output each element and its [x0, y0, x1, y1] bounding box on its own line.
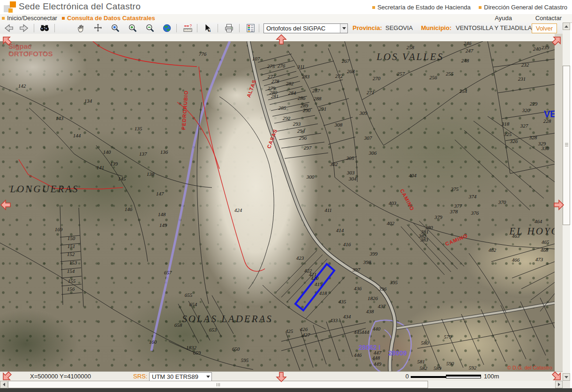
- map-viewport[interactable]: SigpacORTOFOTOSLOS VALLESLONGUERASEL HOY…: [0, 41, 555, 371]
- parcel-number: 291: [319, 106, 327, 112]
- parcel-number: 134: [84, 98, 92, 104]
- parcel-number: 445: [354, 329, 362, 335]
- parcel-number: 473: [535, 256, 543, 262]
- map-labels: SigpacORTOFOTOSLOS VALLESLONGUERASEL HOY…: [8, 41, 555, 371]
- parcel-number: 254: [459, 88, 467, 94]
- scale-zero-label: 0: [401, 373, 409, 380]
- move-tool-button[interactable]: [92, 23, 104, 33]
- parcel-number: 421: [309, 271, 317, 277]
- menu-item-ayuda[interactable]: Ayuda: [495, 15, 512, 22]
- chevron-down-icon: [205, 376, 211, 378]
- parcel-number: 286: [298, 95, 306, 101]
- info-tool-button[interactable]: i: [202, 23, 214, 33]
- pan-tool-button[interactable]: [75, 23, 87, 33]
- parcel-number: 434: [343, 314, 351, 319]
- scale-distance-label: 100m: [484, 373, 499, 380]
- parcel-number: 139: [110, 161, 118, 166]
- parcel-number: 325: [504, 131, 512, 137]
- volver-button[interactable]: Volver: [532, 23, 557, 33]
- pan-north-arrow[interactable]: [276, 34, 287, 45]
- scale-bar-segment: [446, 375, 481, 378]
- parcel-number: 440: [373, 326, 381, 332]
- province-label: Provincia:: [353, 24, 382, 31]
- parcel-number: 271: [367, 90, 375, 95]
- zoom-box-button[interactable]: [110, 23, 122, 33]
- map-label-wm: Sigpac: [8, 42, 31, 50]
- back-button[interactable]: [3, 23, 15, 33]
- measure-tool-button[interactable]: ?: [182, 23, 194, 33]
- road: [248, 41, 555, 371]
- parcel-number: 270: [373, 75, 381, 81]
- zoom-out-button[interactable]: [144, 23, 157, 33]
- menu-item-consulta[interactable]: Consulta de Datos Catastrales: [62, 15, 155, 22]
- parcel-number: 468: [541, 247, 549, 253]
- parcel-boundaries: [0, 41, 555, 370]
- parcel-number: 377: [454, 203, 462, 209]
- zoom-box-icon: [111, 23, 121, 33]
- parcel-number: 149: [159, 222, 167, 228]
- parcel-number: 424: [234, 207, 242, 213]
- parcel-number: 288: [314, 96, 322, 101]
- binoculars-icon: [39, 23, 50, 33]
- parcel-number: 423: [296, 255, 304, 261]
- triangle-down-icon: [564, 376, 568, 378]
- parcel-number: 657: [164, 270, 172, 275]
- parcel-number: 306: [369, 150, 377, 156]
- parcel-number: 446: [354, 352, 362, 358]
- parcel-number: 465: [542, 239, 549, 245]
- parcel-number: 143: [56, 115, 64, 121]
- menu-bar: Inicio/Desconectar Consulta de Datos Cat…: [0, 14, 572, 23]
- window-bottom-edge: [0, 388, 572, 392]
- parcel-number: 436: [354, 286, 362, 291]
- parcel-number: 328: [529, 135, 537, 140]
- parcel-number: 140: [103, 149, 111, 155]
- parcel-number: 292: [283, 115, 291, 121]
- parcel-number: 228: [543, 118, 551, 124]
- scroll-up-button[interactable]: [563, 23, 570, 30]
- pan-west-arrow[interactable]: [0, 199, 11, 211]
- parcel-number: 231: [518, 76, 526, 82]
- parcel-number: 160: [149, 339, 157, 345]
- parcel-number: 380: [425, 225, 433, 230]
- full-extent-button[interactable]: [161, 23, 173, 33]
- link-dgc[interactable]: Dirección General del Catastro: [484, 4, 567, 11]
- pan-east-arrow[interactable]: [553, 199, 564, 211]
- parcel-number: 427: [302, 332, 310, 338]
- parcel-number: 650: [232, 346, 240, 352]
- srs-select[interactable]: UTM 30 ETRS89: [149, 372, 212, 381]
- parcel-number: 145: [118, 176, 126, 181]
- srs-label: SRS:: [133, 373, 147, 380]
- layers-legend-button[interactable]: [245, 23, 257, 33]
- menu-item-contactar[interactable]: Contactar: [535, 15, 562, 22]
- search-parcel-button[interactable]: [38, 23, 51, 33]
- parcel-number: 579: [444, 334, 452, 339]
- map-label-wm: ORTOFOTOS: [8, 50, 53, 58]
- forward-button[interactable]: [18, 23, 30, 33]
- parcel-number: 246: [464, 41, 472, 46]
- print-button[interactable]: [223, 23, 235, 33]
- zoom-in-button[interactable]: [127, 23, 139, 33]
- parcel-number: 582: [420, 365, 428, 371]
- parcel-number: 420: [311, 275, 319, 281]
- menu-item-inicio[interactable]: Inicio/Desconectar: [2, 15, 57, 22]
- horizontal-scrollbar-thumb[interactable]: [8, 381, 428, 388]
- parcel-number: 329: [538, 141, 546, 146]
- map-label-red: CAMINO: [444, 233, 468, 247]
- parcel-number: 258: [406, 45, 414, 50]
- link-secretaria[interactable]: Secretaría de Estado de Hacienda: [377, 4, 471, 11]
- parcel-number: 276: [278, 63, 286, 68]
- parcel-number: 1826: [368, 295, 378, 301]
- parcel-number: 378: [450, 209, 458, 214]
- scale-bar-segment: [411, 376, 446, 378]
- parcel-number: 152: [67, 251, 75, 257]
- parcel-number: 303: [346, 170, 355, 175]
- parcel-number: 580: [421, 340, 429, 346]
- pan-south-arrow[interactable]: [276, 371, 287, 383]
- triangle-up-icon: [564, 25, 568, 28]
- parcel-number: 239: [542, 45, 549, 50]
- layer-select[interactable]: Ortofotos del SIGPAC: [263, 23, 348, 33]
- parcel-number: 287: [312, 88, 320, 93]
- parcel-number: 135: [135, 126, 143, 131]
- parcel-number: 435: [339, 299, 346, 304]
- parcel-number: 304: [348, 176, 357, 181]
